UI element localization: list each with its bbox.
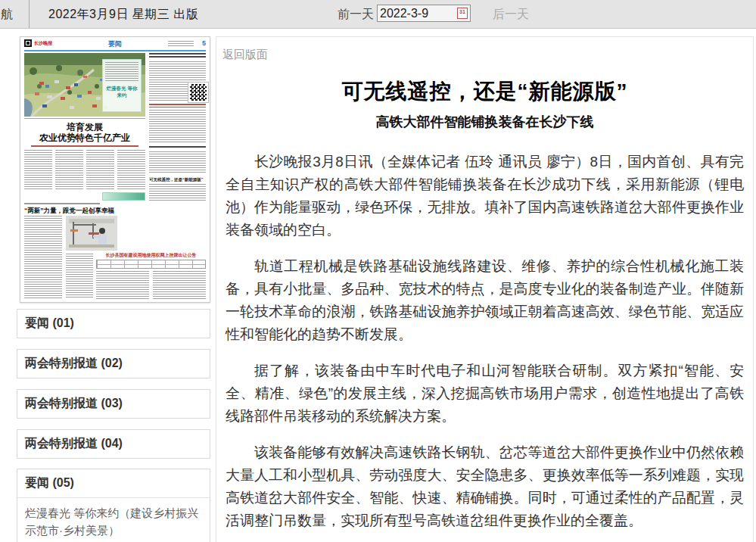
thumb-mid-text-left [24,216,62,299]
thumb-photo-overlay-box: 烂漫春光 等你来约 [102,59,142,112]
publish-date-label: 2022年3月9日 星期三 出版 [48,7,198,23]
section-label: 两会特别报道 (04) [25,437,123,450]
thumb-right-subhead [149,146,206,149]
thumb-lead-subhead-line [31,145,138,147]
thumb-right-column: 可无线遥控，还是“新能源版” [149,53,206,235]
article-link-lanman[interactable]: 烂漫春光 等你来约（建设乡村振兴示范市·乡村美景） [17,498,210,542]
section-label: 两会特别报道 (03) [25,397,123,410]
sidebar-section-03[interactable]: 两会特别报道 (03) [17,389,210,419]
sidebar-section-04[interactable]: 两会特别报道 (04) [17,429,210,459]
prev-day-link[interactable]: 前一天 [338,7,374,23]
article-subtitle: 高铁大部件智能铺换装备在长沙下线 [216,113,753,131]
thumb-masthead: 长沙晚报 要闻 5 [24,39,206,48]
thumb-notice-title: 长沙县国有建设用地使用权网上挂牌出让公告 [96,252,206,258]
thumb-mid-kicker-line [24,203,100,204]
thumb-right-text2 [149,110,206,143]
sidebar-section-05-group: 要闻 (05) 烂漫春光 等你来约（建设乡村振兴示范市·乡村美景） 培育发展农业… [17,469,210,542]
page-thumbnail[interactable]: 长沙晚报 要闻 5 [20,36,210,303]
thumb-lead-headline-line2: 农业优势特色千亿产业 [24,132,145,143]
thumb-lead-headline-line1: 培育发展 [24,122,145,132]
thumb-overlay-title: 烂漫春光 等你来约 [103,85,141,98]
toolbar-divider [29,0,30,28]
sidebar-section-02[interactable]: 两会特别报道 (02) [17,349,210,378]
article-paragraph: 轨道工程机械是铁路基础设施线路建设、维修、养护的综合性机械化施工装备，具有小批量… [226,255,744,346]
sidebar: 长沙晚报 要闻 5 [17,36,210,542]
date-input[interactable] [380,6,453,20]
back-to-page-link[interactable]: 返回版面 [222,48,268,62]
thumb-lead-headline: 培育发展 农业优势特色千亿产业 [24,122,145,143]
sidebar-section-01[interactable]: 要闻 (01) [17,309,210,338]
thumb-mid-story: “两新”力量，跟党一起创享幸福 [24,203,145,216]
qr-code [188,83,208,102]
top-toolbar: 航 2022年3月9日 星期三 出版 前一天 31 后一天 [0,0,756,29]
thumb-notice-block: 长沙县国有建设用地使用权网上挂牌出让公告 [96,252,206,299]
article-paragraph: 该装备能够有效解决高速铁路长钢轨、岔芯等道岔大部件更换作业中仍然依赖大量人工和小… [226,441,744,532]
thumb-overlay-text-lines [105,62,138,82]
section-label: 两会特别报道 (02) [25,357,123,369]
date-picker[interactable]: 31 [377,5,471,22]
thumb-text-columns [24,150,145,191]
article-panel: 返回版面 可无线遥控，还是“新能源版” 高铁大部件智能铺换装备在长沙下线 长沙晚… [216,36,754,542]
calendar-icon-day: 31 [458,8,467,15]
thumb-masthead-info-lines [168,41,194,46]
thumb-right-headline-lines [149,53,206,59]
thumb-photo-caption [24,118,145,120]
thumb-masthead-rule [24,50,206,51]
calendar-icon[interactable]: 31 [457,8,468,19]
article-paragraph: 长沙晚报3月8日讯（全媒体记者 伍玲 通讯员 廖宁）8日，国内首创、具有完全自主… [226,151,744,241]
section-label: 要闻 (05) [25,476,74,489]
nav-partial-text: 航 [1,7,13,23]
thumb-masthead-page-number: 5 [202,39,206,47]
thumb-corner-headline: 可无线遥控，还是“新能源版” [149,177,206,182]
thumb-mid-text-bottom [66,254,93,299]
sidebar-section-05[interactable]: 要闻 (05) [17,469,210,498]
next-day-link[interactable]: 后一天 [493,7,529,23]
article-link-label: 烂漫春光 等你来约（建设乡村振兴示范市·乡村美景） [25,506,198,537]
thumb-mid-headline: “两新”力量，跟党一起创享幸福 [24,207,145,216]
thumb-workshop-photo [66,216,117,251]
thumb-right-text3 [149,151,206,174]
article-paragraph: 据了解，该装备由中车时代电子和山河智能联合研制。双方紧扣“智能、安全、精准、绿色… [226,360,744,428]
thumb-right-red-headline [149,104,206,107]
thumb-right-text4 [149,184,206,201]
article-body: 长沙晚报3月8日讯（全媒体记者 伍玲 通讯员 廖宁）8日，国内首创、具有完全自主… [226,151,744,542]
thumb-notice-text [96,271,206,300]
thumb-promo-banner [102,192,145,201]
thumb-notice-table [96,260,206,269]
section-label: 要闻 (01) [25,316,74,329]
article-title: 可无线遥控，还是“新能源版” [216,77,753,106]
